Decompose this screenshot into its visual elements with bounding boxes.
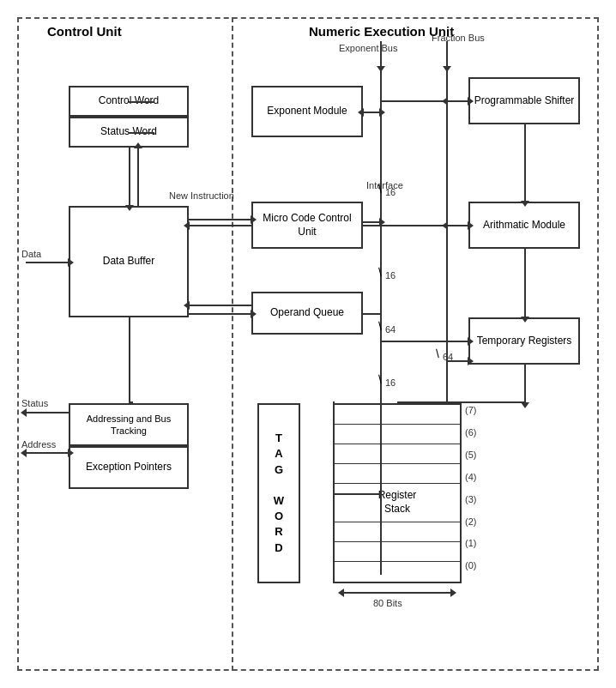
exponent-bus-arrow (380, 41, 382, 67)
n64-label-1: 64 (385, 324, 396, 335)
temp-to-stack-h (397, 401, 524, 403)
frac-bus-to-temp-regs (447, 360, 468, 362)
cw-line (129, 101, 154, 103)
reg-row-6 (335, 425, 460, 444)
fraction-bus-label: Fraction Bus (432, 33, 485, 43)
tag-word-box: T A G W O R D (257, 403, 300, 583)
exception-pointers-box: Exception Pointers (69, 446, 189, 489)
exponent-bus-line (380, 43, 382, 575)
address-label: Address (21, 439, 56, 450)
stack-expbus-v (333, 401, 335, 493)
reg-row-7 (335, 405, 460, 425)
80bits-label: 80 Bits (373, 598, 402, 608)
reg-label-0: (0) (465, 560, 476, 570)
reg-row-1 (335, 542, 460, 562)
micro-to-databuf (189, 225, 251, 226)
reg-row-4 (335, 464, 460, 484)
data-in-arrow (26, 262, 69, 263)
operand-to-databuf (189, 305, 251, 306)
addressing-box: Addressing and Bus Tracking (69, 403, 189, 446)
arith-to-tempregs-v (524, 249, 526, 317)
reg-label-7: (7) (465, 405, 476, 415)
operand-queue-box: Operand Queue (251, 292, 363, 335)
temp-regs-down (524, 365, 526, 403)
control-unit-label: Control Unit (47, 24, 122, 39)
databuf-to-addressing-h (129, 401, 133, 403)
databuf-to-operand (189, 313, 251, 315)
databuf-to-cw-sw (137, 148, 139, 206)
reg-label-1: (1) (465, 538, 476, 548)
databuf-to-micro (189, 219, 251, 220)
exponent-bus-label: Exponent Bus (339, 43, 398, 54)
operand-to-expbus (363, 313, 380, 315)
new-instruction-label: New Instruction (169, 190, 234, 201)
exp-bus-to-temp-regs (381, 341, 468, 342)
reg-label-3: (3) (465, 494, 476, 504)
80bits-arrow (343, 592, 451, 594)
databuf-to-addressing-v (129, 317, 130, 403)
stack-to-expbus (333, 493, 380, 495)
reg-row-2 (335, 522, 460, 542)
data-buffer-box: Data Buffer (69, 206, 189, 317)
cw-sw-to-databuf (129, 148, 130, 206)
reg-row-5 (335, 444, 460, 464)
diagram-container: Control Unit Numeric Execution Unit Cont… (0, 0, 616, 688)
micro-code-box: Micro Code Control Unit (251, 202, 363, 249)
temporary-registers-box: Temporary Registers (468, 317, 580, 365)
micro-to-exp-bus (363, 225, 380, 226)
n16-label-3: 16 (385, 377, 396, 388)
status-arrow (26, 412, 69, 413)
reg-label-2: (2) (465, 516, 476, 527)
arithmatic-module-box: Arithmatic Module (468, 202, 580, 249)
status-label: Status (21, 398, 48, 408)
data-label: Data (21, 249, 41, 259)
reg-label-5: (5) (465, 450, 476, 460)
section-divider (232, 17, 233, 671)
reg-label-6: (6) (465, 427, 476, 438)
reg-row-0 (335, 562, 460, 582)
n16-label-1: 16 (385, 187, 396, 197)
n16-label-2: 16 (385, 270, 396, 281)
micro-to-expbus (363, 221, 380, 223)
exp-module-to-bus (363, 112, 380, 113)
exponent-module-box: Exponent Module (251, 86, 363, 137)
programmable-shifter-box: Programmable Shifter (468, 77, 580, 124)
prog-to-arith-v (524, 124, 526, 202)
expbus-to-arith (381, 225, 468, 226)
address-arrow (26, 452, 69, 454)
reg-row-label: RegisterStack (335, 484, 460, 523)
to-prog-arrow (446, 100, 468, 102)
reg-label-4: (4) (465, 472, 476, 482)
sw-line (129, 132, 154, 134)
fraction-bus-arrow-down (446, 41, 448, 67)
